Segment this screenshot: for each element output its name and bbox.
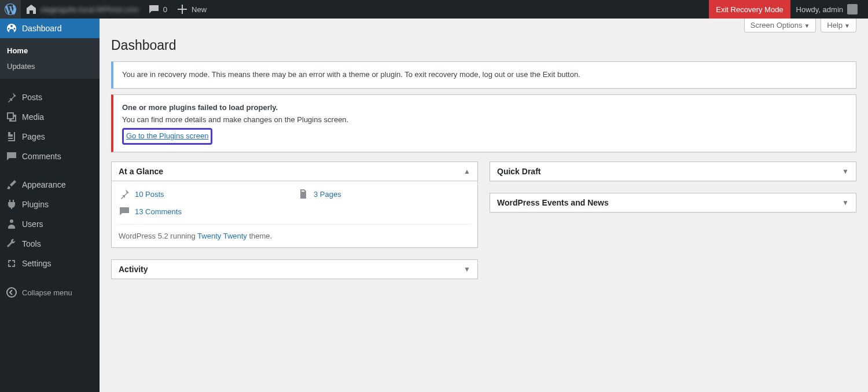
at-a-glance-widget: At a Glance ▲ 10 Posts 3 Pages [111, 162, 478, 248]
menu-dashboard[interactable]: Dashboard [0, 19, 100, 38]
submenu-home[interactable]: Home [0, 43, 100, 58]
glance-footer: WordPress 5.2 running Twenty Twenty them… [119, 224, 470, 240]
submenu-dashboard: Home Updates [0, 38, 100, 79]
menu-settings[interactable]: Settings [0, 254, 100, 273]
comment-icon [119, 206, 130, 217]
wordpress-icon [5, 3, 16, 15]
caret-down-icon: ▼ [842, 199, 849, 207]
avatar [847, 4, 858, 14]
brush-icon [6, 179, 17, 190]
glance-posts[interactable]: 10 Posts [119, 188, 292, 200]
help-button[interactable]: Help▼ [821, 19, 856, 32]
notice-error-title: One or more plugins failed to load prope… [122, 103, 278, 112]
menu-separator [0, 169, 100, 172]
howdy-text: Howdy, admin [796, 5, 843, 14]
users-icon [6, 218, 17, 230]
pin-icon [6, 91, 17, 103]
page-icon [297, 188, 309, 200]
collapse-menu[interactable]: Collapse menu [0, 282, 100, 291]
comment-icon [6, 151, 17, 162]
exit-recovery-button[interactable]: Exit Recovery Mode [709, 0, 790, 19]
page-icon [6, 131, 17, 142]
menu-appearance[interactable]: Appearance [0, 175, 100, 195]
caret-down-icon: ▼ [804, 23, 810, 29]
new-content[interactable]: New [172, 0, 211, 19]
wp-logo[interactable] [0, 0, 21, 19]
activity-widget: Activity ▼ [111, 259, 478, 279]
plugin-icon [6, 199, 17, 210]
glance-comments[interactable]: 13 Comments [119, 206, 292, 217]
wrench-icon [6, 238, 17, 250]
plugin-error-notice: One or more plugins failed to load prope… [111, 94, 856, 152]
menu-comments[interactable]: Comments [0, 146, 100, 166]
notice-error-detail: You can find more details and make chang… [122, 115, 348, 124]
media-icon [6, 111, 17, 123]
site-home[interactable]: stagingsite.local.WPhost.com [21, 0, 144, 19]
plus-icon [176, 3, 188, 15]
caret-up-icon: ▲ [464, 167, 470, 175]
events-news-widget: WordPress Events and News ▼ [490, 193, 856, 213]
comments-count: 0 [163, 5, 167, 14]
screen-meta-links: Screen Options▼ Help▼ [111, 19, 856, 32]
main-content: Screen Options▼ Help▼ Dashboard You are … [100, 19, 868, 291]
go-to-plugins-link[interactable]: Go to the Plugins screen [126, 131, 208, 140]
plugins-link-highlight: Go to the Plugins screen [122, 128, 212, 145]
widgets-col-left: At a Glance ▲ 10 Posts 3 Pages [111, 162, 478, 279]
menu-tools[interactable]: Tools [0, 234, 100, 254]
widget-title: Activity [119, 265, 148, 274]
site-name: stagingsite.local.WPhost.com [41, 5, 139, 14]
collapse-icon [6, 287, 17, 291]
quick-draft-header[interactable]: Quick Draft ▼ [490, 162, 856, 181]
menu-separator [0, 276, 100, 279]
admin-sidebar: Dashboard Home Updates Posts Media Pages… [0, 19, 100, 291]
events-news-header[interactable]: WordPress Events and News ▼ [490, 193, 856, 212]
account-menu[interactable]: Howdy, admin [790, 0, 863, 19]
menu-posts[interactable]: Posts [0, 87, 100, 107]
widget-title: Quick Draft [497, 167, 540, 176]
menu-pages[interactable]: Pages [0, 127, 100, 146]
menu-media[interactable]: Media [0, 107, 100, 127]
admin-bar: stagingsite.local.WPhost.com 0 New Exit … [0, 0, 868, 19]
caret-down-icon: ▼ [842, 167, 849, 175]
menu-plugins[interactable]: Plugins [0, 195, 100, 214]
comment-icon [148, 3, 160, 15]
glance-pages[interactable]: 3 Pages [297, 188, 470, 200]
new-label: New [192, 5, 207, 14]
screen-options-button[interactable]: Screen Options▼ [744, 19, 816, 32]
notice-text: You are in recovery mode. This means the… [122, 70, 580, 79]
recovery-mode-notice: You are in recovery mode. This means the… [111, 61, 856, 89]
at-a-glance-header[interactable]: At a Glance ▲ [112, 162, 477, 181]
pin-icon [119, 188, 130, 200]
page-title: Dashboard [111, 32, 856, 56]
settings-icon [6, 258, 17, 269]
dashboard-widgets: At a Glance ▲ 10 Posts 3 Pages [111, 162, 856, 279]
at-a-glance-body: 10 Posts 3 Pages 13 Comments WordPress 5… [112, 181, 477, 247]
theme-link[interactable]: Twenty Twenty [197, 232, 247, 240]
activity-header[interactable]: Activity ▼ [112, 260, 477, 279]
quick-draft-widget: Quick Draft ▼ [490, 162, 856, 181]
caret-down-icon: ▼ [844, 23, 850, 29]
submenu-updates[interactable]: Updates [0, 58, 100, 74]
comments-link[interactable]: 0 [144, 0, 172, 19]
widget-title: At a Glance [119, 167, 163, 176]
widgets-col-right: Quick Draft ▼ WordPress Events and News … [490, 162, 856, 279]
menu-separator [0, 82, 100, 85]
home-icon [25, 3, 37, 15]
menu-users[interactable]: Users [0, 214, 100, 234]
caret-down-icon: ▼ [464, 265, 470, 273]
dashboard-icon [6, 23, 17, 34]
widget-title: WordPress Events and News [497, 198, 609, 207]
